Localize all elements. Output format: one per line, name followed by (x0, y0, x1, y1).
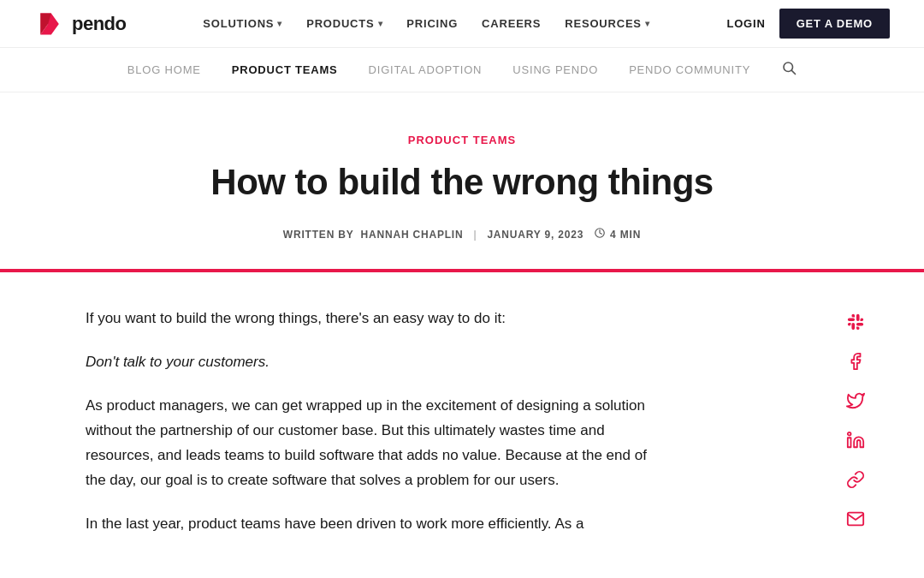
article-title: How to build the wrong things (154, 162, 770, 203)
article-meta: WRITTEN BY HANNAH CHAPLIN | JANUARY 9, 2… (154, 227, 770, 241)
social-sidebar (838, 307, 873, 531)
subnav-product-teams[interactable]: PRODUCT TEAMS (232, 63, 338, 76)
subnav-pendo-community[interactable]: PENDO COMMUNITY (629, 63, 750, 76)
share-twitter-button[interactable] (844, 389, 868, 413)
article-paragraph-3: As product managers, we can get wrapped … (86, 394, 650, 493)
clock-icon (594, 227, 606, 241)
logo-text: pendo (72, 13, 127, 35)
top-navigation: pendo SOLUTIONS ▾ PRODUCTS ▾ PRICING CAR… (0, 0, 924, 48)
svg-point-5 (848, 432, 851, 436)
article-header: PRODUCT TEAMS How to build the wrong thi… (120, 92, 804, 269)
chevron-down-icon: ▾ (277, 19, 282, 28)
menu-solutions[interactable]: SOLUTIONS ▾ (203, 17, 282, 30)
search-icon[interactable] (781, 60, 797, 80)
article-paragraph-2: Don't talk to your customers. (86, 350, 650, 375)
article-paragraph-1: If you want to build the wrong things, t… (86, 307, 650, 331)
article-body-wrapper: If you want to build the wrong things, t… (51, 272, 873, 570)
menu-products[interactable]: PRODUCTS ▾ (306, 17, 382, 30)
pendo-logo-icon (34, 9, 65, 39)
subnav-digital-adoption[interactable]: DIGITAL ADOPTION (369, 63, 483, 76)
article-paragraph-4: In the last year, product teams have bee… (86, 512, 650, 537)
share-slack-button[interactable] (844, 310, 868, 334)
menu-pricing[interactable]: PRICING (406, 17, 458, 30)
main-menu: SOLUTIONS ▾ PRODUCTS ▾ PRICING CAREERS R… (203, 17, 649, 30)
share-email-button[interactable] (844, 507, 868, 531)
article-date: JANUARY 9, 2023 (487, 229, 583, 241)
article-author: HANNAH CHAPLIN (361, 229, 464, 241)
nav-actions: LOGIN GET A DEMO (726, 9, 890, 39)
chevron-down-icon: ▾ (645, 19, 650, 28)
meta-divider: | (473, 229, 477, 241)
menu-resources[interactable]: RESOURCES ▾ (565, 17, 649, 30)
subnav-using-pendo[interactable]: USING PENDO (512, 63, 598, 76)
article-author-prefix: WRITTEN BY HANNAH CHAPLIN (283, 229, 464, 241)
share-facebook-button[interactable] (844, 349, 868, 373)
article-category: PRODUCT TEAMS (154, 134, 770, 146)
logo[interactable]: pendo (34, 9, 127, 39)
chevron-down-icon: ▾ (378, 19, 383, 28)
blog-subnav: BLOG HOME PRODUCT TEAMS DIGITAL ADOPTION… (0, 48, 924, 92)
get-demo-button[interactable]: GET A DEMO (779, 9, 890, 39)
svg-line-3 (792, 70, 796, 74)
share-linkedin-button[interactable] (844, 428, 868, 452)
article-read-time: 4 MIN (594, 227, 641, 241)
login-button[interactable]: LOGIN (726, 17, 765, 30)
article-content: If you want to build the wrong things, t… (86, 307, 702, 536)
subnav-blog-home[interactable]: BLOG HOME (127, 63, 201, 76)
share-link-button[interactable] (844, 468, 868, 492)
menu-careers[interactable]: CAREERS (482, 17, 541, 30)
